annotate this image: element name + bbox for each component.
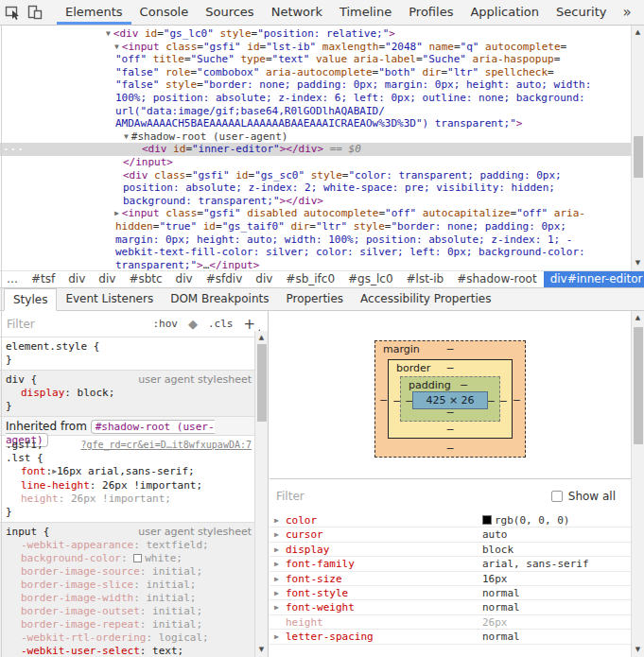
- dom-node-line[interactable]: 100%; position: absolute; z-index: 6; le…: [0, 92, 631, 105]
- css-property--webkit-user-select[interactable]: -webkit-user-select: text;: [6, 645, 252, 657]
- tab-console[interactable]: Console: [131, 0, 198, 25]
- breadcrumb-item[interactable]: div: [61, 271, 92, 288]
- box-model-content[interactable]: 425 × 26: [412, 391, 488, 409]
- css-property-font[interactable]: font:▶16px arial,sans-serif;: [6, 465, 252, 479]
- margin-right-value[interactable]: −: [513, 394, 521, 406]
- margin-top-value[interactable]: −: [445, 343, 454, 355]
- tab-network[interactable]: Network: [263, 0, 331, 25]
- stylesheet-source-link[interactable]: ?gfe_rd=cr&ei=D…it8wfxupawDA:7: [80, 439, 252, 452]
- elements-scrollbar[interactable]: ▲ ▼: [631, 26, 644, 270]
- css-property-height[interactable]: height: 26px !important;: [6, 493, 252, 506]
- border-right-value[interactable]: −: [499, 395, 508, 407]
- css-selector-line[interactable]: user agent stylesheetinput {: [6, 526, 252, 539]
- css-property-border-image-source[interactable]: border-image-source: initial;: [6, 565, 252, 579]
- computed-row-font-size[interactable]: ▶font-size16px: [270, 572, 631, 586]
- dom-node-line[interactable]: transparent;">…</input>: [0, 259, 631, 270]
- padding-right-value[interactable]: −: [487, 395, 496, 407]
- dom-node-line[interactable]: "off" title="Suche" type="text" value ar…: [0, 53, 631, 66]
- box-model-padding[interactable]: padding − − − − 425 × 26: [400, 376, 500, 422]
- computed-row-font-family[interactable]: ▶font-familyarial, sans-serif: [270, 557, 631, 571]
- dom-node-line[interactable]: ▼#shadow-root (user-agent): [0, 130, 631, 144]
- css-selector-line[interactable]: element.style {: [6, 340, 252, 354]
- dom-node-line[interactable]: url("data:image/gif;base64,R0lGODlhAQABA…: [0, 105, 631, 118]
- styles-filter-input[interactable]: [0, 317, 104, 332]
- margin-bottom-value[interactable]: −: [445, 442, 454, 455]
- tab-properties[interactable]: Properties: [277, 288, 352, 310]
- expand-shorthand-icon[interactable]: ▶: [52, 465, 57, 478]
- breadcrumb-item[interactable]: …: [0, 271, 25, 288]
- computed-scrollbar[interactable]: ▲ ▼: [631, 311, 644, 657]
- expand-property-icon[interactable]: ▶: [274, 513, 279, 527]
- css-property-border-image-outset[interactable]: border-image-outset: initial;: [6, 605, 252, 618]
- scroll-up-icon[interactable]: ▲: [632, 26, 644, 39]
- dom-node-line[interactable]: "false" style="border: none; padding: 0p…: [0, 78, 631, 92]
- dom-node-line[interactable]: margin: 0px; height: auto; width: 100%; …: [0, 233, 631, 247]
- element-state-diamond-icon[interactable]: ◆: [188, 317, 198, 331]
- scroll-up-icon[interactable]: ▲: [255, 332, 268, 344]
- expand-property-icon[interactable]: ▶: [274, 630, 279, 644]
- computed-filter-input[interactable]: [270, 489, 374, 504]
- padding-top-value[interactable]: −: [460, 379, 468, 391]
- margin-left-value[interactable]: −: [379, 394, 388, 406]
- more-tabs-icon[interactable]: »: [615, 0, 638, 25]
- toggle-class-button[interactable]: .cls: [208, 318, 234, 330]
- dom-node-line[interactable]: background: transparent;"></div>: [0, 195, 631, 208]
- dom-node-line[interactable]: ▼<input class="gsfi" id="lst-ib" maxleng…: [0, 41, 631, 54]
- computed-row-cursor[interactable]: ▶cursorauto: [270, 527, 631, 542]
- css-selector-line[interactable]: .lst {: [6, 452, 252, 465]
- dom-node-line[interactable]: ▼<div id="gs_lc0" style="position: relat…: [0, 27, 631, 41]
- breadcrumb-item[interactable]: div: [92, 271, 122, 288]
- breadcrumb-item[interactable]: #sfdiv: [200, 271, 250, 288]
- dom-node-line[interactable]: <div class="gsfi" id="gs_sc0" style="col…: [0, 169, 631, 182]
- css-property-display[interactable]: display: block;: [6, 387, 252, 400]
- scroll-up-icon[interactable]: ▲: [632, 312, 644, 324]
- box-model-margin[interactable]: margin − − − − border − − − − padding − …: [374, 340, 526, 458]
- tab-sources[interactable]: Sources: [197, 0, 262, 25]
- color-swatch[interactable]: [133, 554, 142, 562]
- css-property-border-image-width[interactable]: border-image-width: initial;: [6, 592, 252, 605]
- computed-row-letter-spacing[interactable]: ▶letter-spacingnormal: [270, 630, 631, 644]
- node-menu-dots-icon[interactable]: ...: [3, 141, 25, 154]
- toggle-hover-state-button[interactable]: :hov: [152, 318, 178, 330]
- css-property--webkit-rtl-ordering[interactable]: -webkit-rtl-ordering: logical;: [6, 631, 252, 645]
- breadcrumb-item[interactable]: div#inner-editor: [544, 271, 644, 288]
- computed-row-color[interactable]: ▶colorrgb(0, 0, 0): [270, 513, 631, 527]
- css-property-line-height[interactable]: line-height: 26px !important;: [6, 479, 252, 493]
- breadcrumb-item[interactable]: #sb_ifc0: [279, 271, 341, 288]
- css-property--webkit-appearance[interactable]: -webkit-appearance: textfield;: [6, 539, 252, 552]
- css-property-border-image-slice[interactable]: border-image-slice: initial;: [6, 579, 252, 592]
- breadcrumb-item[interactable]: #sbtc: [122, 271, 168, 288]
- tab-timeline[interactable]: Timeline: [331, 0, 400, 25]
- tab-dom-breakpoints[interactable]: DOM Breakpoints: [162, 288, 277, 310]
- tab-event-listeners[interactable]: Event Listeners: [57, 288, 162, 310]
- tab-application[interactable]: Application: [461, 0, 548, 25]
- dom-node-line[interactable]: webkit-text-fill-color: silver; color: s…: [0, 246, 631, 259]
- scrollbar-thumb[interactable]: [634, 136, 643, 178]
- scroll-down-icon[interactable]: ▼: [632, 257, 644, 269]
- computed-row-font-weight[interactable]: ▶font-weightnormal: [270, 600, 631, 614]
- breadcrumb-item[interactable]: div: [249, 271, 279, 288]
- expand-property-icon[interactable]: ▶: [274, 543, 279, 557]
- tab-elements[interactable]: Elements: [57, 0, 131, 25]
- dom-node-line[interactable]: ▶<input class="gsfi" disabled autocomple…: [0, 207, 631, 220]
- breadcrumb-item[interactable]: #shadow-root: [450, 271, 543, 288]
- border-top-value[interactable]: −: [445, 362, 454, 374]
- css-selector-line[interactable]: ?gfe_rd=cr&ei=D…it8wfxupawDA:7.gsfi,: [6, 439, 252, 452]
- breadcrumb-item[interactable]: #tsf: [25, 271, 61, 288]
- scroll-down-icon[interactable]: ▼: [255, 644, 268, 656]
- scroll-down-icon[interactable]: ▼: [632, 644, 644, 656]
- computed-row-height[interactable]: height26px: [270, 615, 631, 630]
- scrollbar-thumb[interactable]: [634, 327, 643, 444]
- inspect-element-icon[interactable]: [5, 2, 22, 23]
- breadcrumb-item[interactable]: #gs_lc0: [341, 271, 400, 288]
- scrollbar-thumb[interactable]: [257, 344, 267, 422]
- expand-property-icon[interactable]: ▶: [274, 586, 279, 600]
- css-selector-line[interactable]: user agent stylesheetdiv {: [6, 373, 252, 387]
- dom-node-line[interactable]: position: absolute; z-index: 2; white-sp…: [0, 182, 631, 195]
- breadcrumb-item[interactable]: #lst-ib: [400, 271, 451, 288]
- tab-security[interactable]: Security: [548, 0, 615, 25]
- expand-property-icon[interactable]: ▶: [274, 557, 279, 571]
- expand-property-icon[interactable]: ▶: [274, 527, 279, 542]
- dom-node-line[interactable]: hidden="true" id="gs_taif0" dir="ltr" st…: [0, 220, 631, 233]
- tab-profiles[interactable]: Profiles: [400, 0, 461, 25]
